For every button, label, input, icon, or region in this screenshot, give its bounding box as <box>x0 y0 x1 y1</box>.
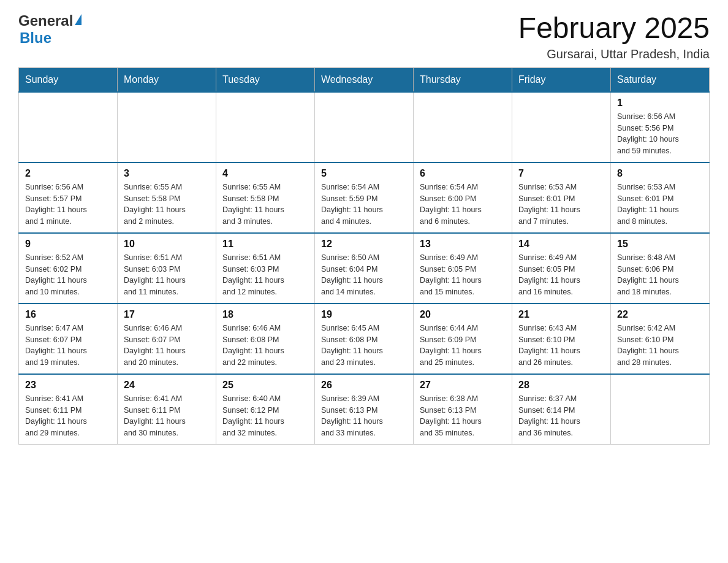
day-info: Sunrise: 6:38 AM Sunset: 6:13 PM Dayligh… <box>420 393 506 439</box>
calendar-cell: 15Sunrise: 6:48 AM Sunset: 6:06 PM Dayli… <box>611 233 710 304</box>
day-number: 14 <box>518 239 604 250</box>
day-info: Sunrise: 6:54 AM Sunset: 5:59 PM Dayligh… <box>321 182 407 228</box>
day-number: 16 <box>25 309 111 320</box>
day-number: 24 <box>124 380 210 391</box>
day-number: 18 <box>222 309 308 320</box>
weekday-header-sunday: Sunday <box>19 67 118 92</box>
day-number: 28 <box>518 380 604 391</box>
location-subtitle: Gursarai, Uttar Pradesh, India <box>518 47 710 61</box>
day-info: Sunrise: 6:56 AM Sunset: 5:56 PM Dayligh… <box>617 111 703 157</box>
calendar-cell: 5Sunrise: 6:54 AM Sunset: 5:59 PM Daylig… <box>315 163 414 233</box>
calendar-cell: 7Sunrise: 6:53 AM Sunset: 6:01 PM Daylig… <box>512 163 611 233</box>
day-info: Sunrise: 6:40 AM Sunset: 6:12 PM Dayligh… <box>222 393 308 439</box>
calendar-cell: 23Sunrise: 6:41 AM Sunset: 6:11 PM Dayli… <box>19 374 118 445</box>
calendar-cell: 11Sunrise: 6:51 AM Sunset: 6:03 PM Dayli… <box>216 233 315 304</box>
day-info: Sunrise: 6:48 AM Sunset: 6:06 PM Dayligh… <box>617 252 703 298</box>
day-number: 8 <box>617 168 703 179</box>
calendar-cell: 21Sunrise: 6:43 AM Sunset: 6:10 PM Dayli… <box>512 304 611 374</box>
day-info: Sunrise: 6:53 AM Sunset: 6:01 PM Dayligh… <box>518 182 604 228</box>
month-year-title: February 2025 <box>518 12 710 45</box>
calendar-cell: 4Sunrise: 6:55 AM Sunset: 5:58 PM Daylig… <box>216 163 315 233</box>
calendar-cell: 8Sunrise: 6:53 AM Sunset: 6:01 PM Daylig… <box>611 163 710 233</box>
calendar-cell: 12Sunrise: 6:50 AM Sunset: 6:04 PM Dayli… <box>315 233 414 304</box>
day-info: Sunrise: 6:55 AM Sunset: 5:58 PM Dayligh… <box>222 182 308 228</box>
day-info: Sunrise: 6:55 AM Sunset: 5:58 PM Dayligh… <box>124 182 210 228</box>
day-info: Sunrise: 6:56 AM Sunset: 5:57 PM Dayligh… <box>25 182 111 228</box>
calendar-cell: 2Sunrise: 6:56 AM Sunset: 5:57 PM Daylig… <box>19 163 118 233</box>
title-section: February 2025 Gursarai, Uttar Pradesh, I… <box>518 12 710 61</box>
day-number: 25 <box>222 380 308 391</box>
calendar-cell: 13Sunrise: 6:49 AM Sunset: 6:05 PM Dayli… <box>414 233 512 304</box>
calendar-cell: 6Sunrise: 6:54 AM Sunset: 6:00 PM Daylig… <box>414 163 512 233</box>
logo-triangle-icon <box>75 14 82 25</box>
day-number: 1 <box>617 98 703 109</box>
weekday-header-thursday: Thursday <box>414 67 512 92</box>
calendar-cell <box>315 92 414 163</box>
day-number: 13 <box>420 239 506 250</box>
day-number: 6 <box>420 168 506 179</box>
calendar-cell: 9Sunrise: 6:52 AM Sunset: 6:02 PM Daylig… <box>19 233 118 304</box>
day-info: Sunrise: 6:42 AM Sunset: 6:10 PM Dayligh… <box>617 323 703 369</box>
weekday-header-friday: Friday <box>512 67 611 92</box>
calendar-cell: 20Sunrise: 6:44 AM Sunset: 6:09 PM Dayli… <box>414 304 512 374</box>
day-number: 23 <box>25 380 111 391</box>
calendar-cell: 17Sunrise: 6:46 AM Sunset: 6:07 PM Dayli… <box>118 304 216 374</box>
calendar-cell: 10Sunrise: 6:51 AM Sunset: 6:03 PM Dayli… <box>118 233 216 304</box>
day-info: Sunrise: 6:47 AM Sunset: 6:07 PM Dayligh… <box>25 323 111 369</box>
calendar-week-row: 2Sunrise: 6:56 AM Sunset: 5:57 PM Daylig… <box>19 163 710 233</box>
page-header: General Blue February 2025 Gursarai, Utt… <box>18 12 710 61</box>
calendar-cell: 18Sunrise: 6:46 AM Sunset: 6:08 PM Dayli… <box>216 304 315 374</box>
calendar-week-row: 16Sunrise: 6:47 AM Sunset: 6:07 PM Dayli… <box>19 304 710 374</box>
day-info: Sunrise: 6:46 AM Sunset: 6:07 PM Dayligh… <box>124 323 210 369</box>
day-number: 7 <box>518 168 604 179</box>
day-number: 20 <box>420 309 506 320</box>
day-info: Sunrise: 6:45 AM Sunset: 6:08 PM Dayligh… <box>321 323 407 369</box>
logo-general-text: General <box>18 12 73 29</box>
day-number: 21 <box>518 309 604 320</box>
calendar-cell: 14Sunrise: 6:49 AM Sunset: 6:05 PM Dayli… <box>512 233 611 304</box>
day-number: 17 <box>124 309 210 320</box>
logo-line1: General <box>18 12 82 29</box>
calendar-cell: 22Sunrise: 6:42 AM Sunset: 6:10 PM Dayli… <box>611 304 710 374</box>
day-number: 5 <box>321 168 407 179</box>
calendar-cell: 24Sunrise: 6:41 AM Sunset: 6:11 PM Dayli… <box>118 374 216 445</box>
calendar-cell: 1Sunrise: 6:56 AM Sunset: 5:56 PM Daylig… <box>611 92 710 163</box>
day-number: 10 <box>124 239 210 250</box>
day-number: 26 <box>321 380 407 391</box>
calendar-week-row: 9Sunrise: 6:52 AM Sunset: 6:02 PM Daylig… <box>19 233 710 304</box>
day-info: Sunrise: 6:50 AM Sunset: 6:04 PM Dayligh… <box>321 252 407 298</box>
day-info: Sunrise: 6:41 AM Sunset: 6:11 PM Dayligh… <box>124 393 210 439</box>
calendar-cell: 28Sunrise: 6:37 AM Sunset: 6:14 PM Dayli… <box>512 374 611 445</box>
day-info: Sunrise: 6:39 AM Sunset: 6:13 PM Dayligh… <box>321 393 407 439</box>
weekday-header-tuesday: Tuesday <box>216 67 315 92</box>
day-info: Sunrise: 6:49 AM Sunset: 6:05 PM Dayligh… <box>518 252 604 298</box>
day-number: 19 <box>321 309 407 320</box>
calendar-cell: 16Sunrise: 6:47 AM Sunset: 6:07 PM Dayli… <box>19 304 118 374</box>
calendar-table: SundayMondayTuesdayWednesdayThursdayFrid… <box>18 67 710 445</box>
day-number: 27 <box>420 380 506 391</box>
calendar-body: 1Sunrise: 6:56 AM Sunset: 5:56 PM Daylig… <box>19 92 710 445</box>
day-number: 9 <box>25 239 111 250</box>
weekday-header-row: SundayMondayTuesdayWednesdayThursdayFrid… <box>19 67 710 92</box>
weekday-header-monday: Monday <box>118 67 216 92</box>
calendar-cell <box>414 92 512 163</box>
day-number: 15 <box>617 239 703 250</box>
weekday-header-saturday: Saturday <box>611 67 710 92</box>
day-info: Sunrise: 6:41 AM Sunset: 6:11 PM Dayligh… <box>25 393 111 439</box>
calendar-cell <box>611 374 710 445</box>
day-info: Sunrise: 6:44 AM Sunset: 6:09 PM Dayligh… <box>420 323 506 369</box>
day-number: 11 <box>222 239 308 250</box>
day-info: Sunrise: 6:54 AM Sunset: 6:00 PM Dayligh… <box>420 182 506 228</box>
day-number: 3 <box>124 168 210 179</box>
day-info: Sunrise: 6:49 AM Sunset: 6:05 PM Dayligh… <box>420 252 506 298</box>
calendar-header: SundayMondayTuesdayWednesdayThursdayFrid… <box>19 67 710 92</box>
day-number: 2 <box>25 168 111 179</box>
calendar-week-row: 23Sunrise: 6:41 AM Sunset: 6:11 PM Dayli… <box>19 374 710 445</box>
day-number: 12 <box>321 239 407 250</box>
calendar-week-row: 1Sunrise: 6:56 AM Sunset: 5:56 PM Daylig… <box>19 92 710 163</box>
calendar-cell <box>118 92 216 163</box>
day-info: Sunrise: 6:46 AM Sunset: 6:08 PM Dayligh… <box>222 323 308 369</box>
day-info: Sunrise: 6:53 AM Sunset: 6:01 PM Dayligh… <box>617 182 703 228</box>
day-info: Sunrise: 6:52 AM Sunset: 6:02 PM Dayligh… <box>25 252 111 298</box>
calendar-cell: 19Sunrise: 6:45 AM Sunset: 6:08 PM Dayli… <box>315 304 414 374</box>
